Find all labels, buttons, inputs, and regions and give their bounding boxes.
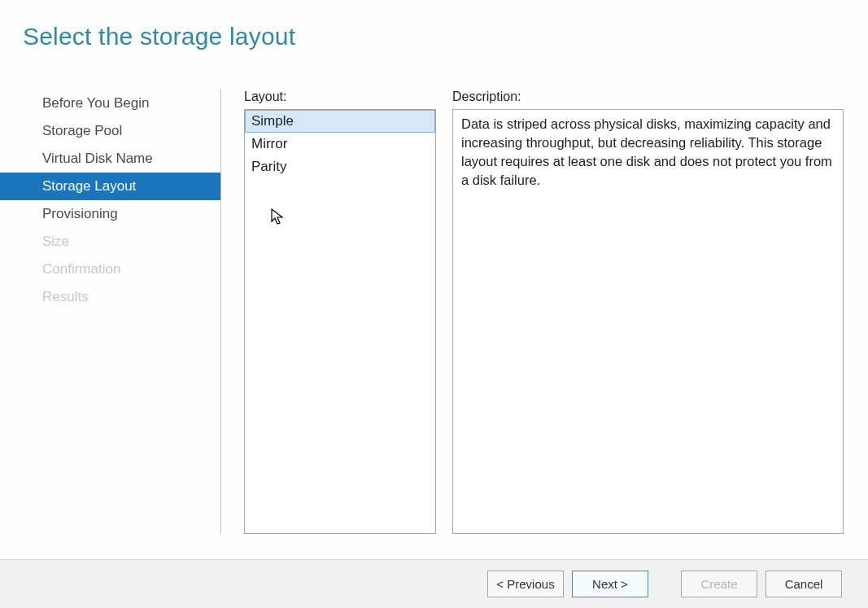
wizard-step[interactable]: Provisioning <box>0 200 220 228</box>
wizard-step: Confirmation <box>0 256 220 283</box>
wizard-header: Select the storage layout <box>0 0 868 78</box>
wizard-step[interactable]: Virtual Disk Name <box>0 145 220 173</box>
next-button[interactable]: Next > <box>572 571 648 597</box>
layout-listbox[interactable]: SimpleMirrorParity <box>244 109 436 534</box>
wizard-step[interactable]: Before You Begin <box>0 90 220 117</box>
create-button[interactable]: Create <box>681 571 757 597</box>
wizard-step-label: Provisioning <box>42 206 118 222</box>
layout-option[interactable]: Parity <box>245 155 435 178</box>
wizard-step[interactable]: Storage Layout <box>0 173 220 200</box>
wizard-step-label: Before You Begin <box>42 95 149 112</box>
previous-button[interactable]: < Previous <box>487 571 564 597</box>
wizard-step-label: Storage Layout <box>42 178 136 195</box>
wizard-step: Size <box>0 228 220 256</box>
wizard-step-label: Results <box>42 289 89 305</box>
wizard-body: Before You BeginStorage PoolVirtual Disk… <box>0 78 868 534</box>
wizard-step-label: Confirmation <box>42 261 120 278</box>
wizard-main-panel: Layout: SimpleMirrorParity Description: … <box>221 90 868 534</box>
page-title: Select the storage layout <box>23 23 868 50</box>
description-label: Description: <box>452 90 844 104</box>
wizard-step[interactable]: Storage Pool <box>0 117 220 145</box>
wizard-step-label: Virtual Disk Name <box>42 151 153 167</box>
wizard-step-label: Size <box>42 234 69 250</box>
description-textbox: Data is striped across physical disks, m… <box>452 109 844 534</box>
wizard-step: Results <box>0 283 220 311</box>
wizard-steps-sidebar: Before You BeginStorage PoolVirtual Disk… <box>0 90 221 534</box>
wizard-step-label: Storage Pool <box>42 123 122 139</box>
description-column: Description: Data is striped across phys… <box>452 90 844 534</box>
wizard-footer: < Previous Next > Create Cancel <box>0 559 868 608</box>
layout-option[interactable]: Mirror <box>245 133 435 155</box>
layout-label: Layout: <box>244 90 436 104</box>
cancel-button[interactable]: Cancel <box>765 571 842 597</box>
layout-option[interactable]: Simple <box>245 110 435 133</box>
layout-column: Layout: SimpleMirrorParity <box>244 90 436 534</box>
